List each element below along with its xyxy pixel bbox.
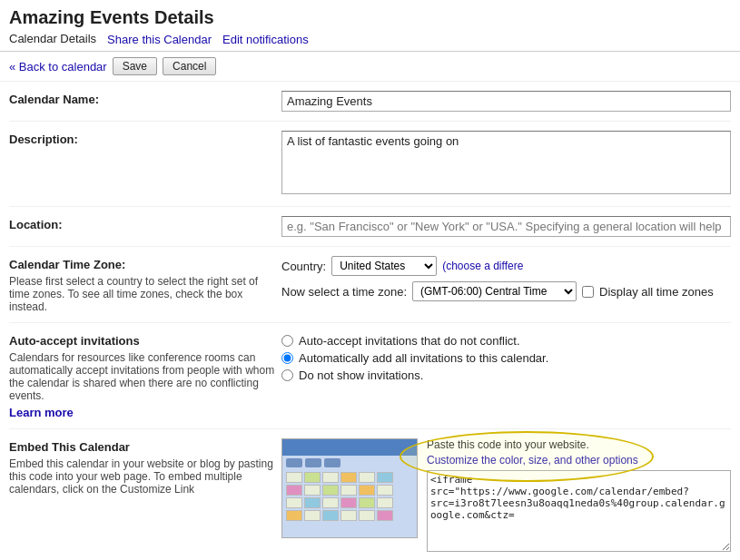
country-label: Country:	[281, 260, 326, 273]
cell-5	[359, 472, 375, 483]
timezone-row: Calendar Time Zone: Please first select …	[9, 247, 731, 323]
radio-group: Auto-accept invitations that do not conf…	[281, 332, 731, 382]
tab-calendar-details[interactable]: Calendar Details	[9, 32, 96, 47]
radio-no-conflict[interactable]: Auto-accept invitations that do not conf…	[281, 334, 731, 348]
country-line: Country: United States United Kingdom Ca…	[281, 256, 731, 276]
cell-23	[359, 510, 375, 521]
calendar-name-label: Calendar Name:	[9, 91, 281, 106]
cell-1	[286, 472, 302, 483]
page-title: Amazing Events Details	[9, 7, 731, 28]
cell-20	[304, 510, 321, 521]
location-input[interactable]	[281, 216, 731, 237]
radio-no-conflict-label: Auto-accept invitations that do not conf…	[299, 334, 520, 348]
embed-grid-row-2	[286, 485, 413, 496]
cell-10	[340, 485, 357, 496]
cell-21	[322, 510, 339, 521]
embed-content: Paste this code into your website. Custo…	[281, 438, 731, 555]
cell-12	[377, 485, 393, 496]
embed-callout-link[interactable]: Customize the color, size, and other opt…	[427, 454, 638, 467]
embed-preview	[281, 438, 418, 538]
radio-all-input[interactable]	[281, 352, 293, 364]
country-select[interactable]: United States United Kingdom Canada	[331, 256, 437, 276]
form-body: Calendar Name: Description: Location: Ca…	[0, 82, 740, 560]
cell-13	[286, 497, 302, 508]
learn-more-link[interactable]: Learn more	[9, 406, 74, 419]
radio-all[interactable]: Automatically add all invitations to thi…	[281, 351, 731, 365]
embed-row: Embed This Calendar Embed this calendar …	[9, 429, 731, 560]
cell-16	[340, 497, 357, 508]
choose-different-link[interactable]: (choose a differe	[442, 260, 523, 272]
timezone-label: Calendar Time Zone:	[9, 258, 125, 271]
timezone-select-line: Now select a time zone: (GMT-06:00) Cent…	[281, 281, 731, 301]
calendar-name-input[interactable]	[281, 91, 731, 112]
embed-preview-controls	[282, 456, 417, 470]
location-control	[281, 216, 731, 237]
cell-7	[286, 485, 302, 496]
description-control	[281, 131, 731, 197]
tab-share-calendar[interactable]: Share this Calendar	[107, 33, 212, 46]
radio-all-label: Automatically add all invitations to thi…	[299, 351, 548, 365]
timezone-note: Please first select a country to select …	[9, 275, 281, 313]
embed-grid-row-4	[286, 510, 413, 521]
embed-grid-row-1	[286, 472, 413, 483]
back-to-calendar-link[interactable]: « Back to calendar	[9, 60, 107, 74]
embed-preview-header	[282, 439, 417, 456]
display-all-label: Display all time zones	[599, 285, 714, 299]
timezone-label-col: Calendar Time Zone: Please first select …	[9, 256, 281, 313]
embed-preview-grid	[282, 470, 417, 523]
embed-preview-btn-3	[324, 458, 340, 467]
embed-code-col: Paste this code into your website. Custo…	[427, 438, 731, 555]
tab-edit-notifications[interactable]: Edit notifications	[222, 33, 309, 46]
calendar-name-row: Calendar Name:	[9, 82, 731, 122]
cell-6	[377, 472, 393, 483]
radio-none-input[interactable]	[281, 369, 293, 381]
auto-accept-label-col: Auto-accept invitations Calendars for re…	[9, 332, 281, 419]
cell-9	[322, 485, 339, 496]
embed-preview-btn-1	[286, 458, 302, 467]
timezone-select[interactable]: (GMT-06:00) Central Time (GMT-05:00) Eas…	[412, 281, 577, 301]
save-button[interactable]: Save	[113, 57, 157, 75]
auto-accept-row: Auto-accept invitations Calendars for re…	[9, 323, 731, 429]
cell-18	[377, 497, 393, 508]
timezone-control: Country: United States United Kingdom Ca…	[281, 256, 731, 301]
description-row: Description:	[9, 122, 731, 207]
cell-4	[340, 472, 357, 483]
auto-accept-note: Calendars for resources like conference …	[9, 351, 281, 402]
description-label: Description:	[9, 131, 281, 146]
radio-no-conflict-input[interactable]	[281, 335, 293, 347]
embed-note: Embed this calendar in your website or b…	[9, 457, 281, 496]
cancel-button[interactable]: Cancel	[163, 57, 216, 75]
radio-none-label: Do not show invitations.	[299, 368, 423, 382]
cell-14	[304, 497, 321, 508]
embed-grid-row-3	[286, 497, 413, 508]
calendar-name-control	[281, 91, 731, 112]
cell-3	[322, 472, 339, 483]
now-select-label: Now select a time zone:	[281, 285, 407, 299]
cell-8	[304, 485, 321, 496]
cell-17	[359, 497, 375, 508]
cell-24	[377, 510, 393, 521]
location-row: Location:	[9, 207, 731, 247]
embed-callout: Paste this code into your website. Custo…	[427, 438, 731, 467]
cell-2	[304, 472, 321, 483]
timezone-inner: Country: United States United Kingdom Ca…	[281, 256, 731, 301]
radio-none[interactable]: Do not show invitations.	[281, 368, 731, 382]
cell-11	[359, 485, 375, 496]
embed-label: Embed This Calendar	[9, 438, 281, 454]
cell-15	[322, 497, 339, 508]
tab-bar: Calendar Details Share this Calendar Edi…	[9, 32, 731, 47]
embed-preview-btn-2	[305, 458, 321, 467]
embed-callout-text: Paste this code into your website.	[427, 438, 731, 451]
display-all-timezones-checkbox[interactable]	[582, 286, 594, 298]
action-bar: « Back to calendar Save Cancel	[0, 52, 740, 82]
embed-label-col: Embed This Calendar Embed this calendar …	[9, 438, 281, 496]
page-header: Amazing Events Details Calendar Details …	[0, 0, 740, 52]
auto-accept-control: Auto-accept invitations that do not conf…	[281, 332, 731, 382]
location-label: Location:	[9, 216, 281, 231]
embed-code-textarea[interactable]	[427, 470, 731, 552]
cell-22	[340, 510, 357, 521]
cell-19	[286, 510, 302, 521]
description-textarea[interactable]	[281, 131, 731, 194]
auto-accept-label: Auto-accept invitations	[9, 334, 140, 348]
